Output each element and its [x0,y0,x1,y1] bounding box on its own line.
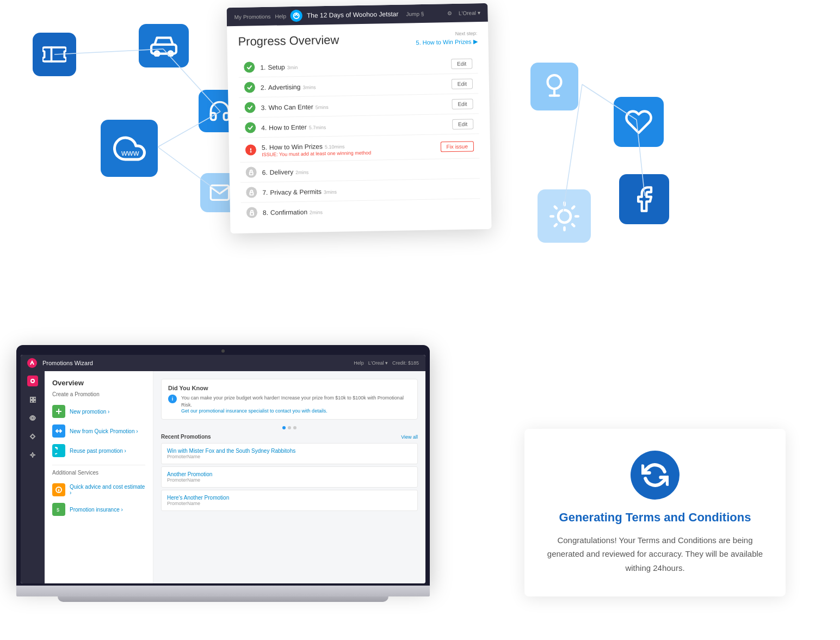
dyk-text: You can make your prize budget work hard… [181,395,411,408]
topbar-help[interactable]: Help [275,13,286,19]
heart-tile [614,97,664,147]
nav-quick-advice-label: Quick advice and cost estimate › [70,484,145,496]
view-all-link[interactable]: View all [401,434,418,440]
step-name: 1.Setup3min [260,63,298,71]
laptop-mockup: Promotions Wizard Help L'Oreal ▾ Credit:… [16,345,430,602]
cloud-icon: www [113,132,146,165]
step-content: 5.How to Win Prizes5.10mins ISSUE: You m… [262,139,435,158]
svg-point-6 [548,75,561,89]
next-step-value[interactable]: 5. How to Win Prizes ▶ [416,38,477,46]
sun-icon [549,201,579,231]
promo-item-name: Another Promotion [167,471,412,477]
nav-insurance-icon: $ [52,503,65,516]
laptop-base [16,586,430,596]
promo-item-sub: PromoterName [167,477,412,483]
laptop-content-panel: Did You Know i You can make your prize b… [153,371,425,583]
step-edit-button[interactable]: Edit [452,78,473,89]
step-edit-button[interactable]: Edit [451,58,473,69]
topbar-my-promotions[interactable]: My Promotions [234,13,271,20]
laptop-camera [221,349,225,353]
step-complete-icon [244,61,255,72]
promo-item[interactable]: Another Promotion PromoterName [161,466,418,488]
tc-title: Generating Terms and Conditions [546,510,764,525]
promo-list: Win with Mister Fox and the South Sydney… [161,443,418,511]
dyk-title: Did You Know [168,385,411,391]
svg-point-37 [32,454,34,456]
laptop-user[interactable]: L'Oreal ▾ [368,360,388,366]
laptop-credit: Credit: $185 [392,360,419,366]
sports-icon [541,73,568,100]
svg-rect-28 [250,172,253,175]
nav-reuse-promotion[interactable]: Reuse past promotion › [52,441,145,460]
step-issue-icon [245,144,256,155]
step-name: 3.Who Can Enter5mins [261,103,329,112]
dyk-link[interactable]: Get our promotional insurance specialist… [181,408,411,414]
step-content: 4.How to Enter5.7mins [261,119,447,132]
nav-additional-label: Additional Services [52,470,145,476]
card-topbar-left: My Promotions Help The 12 Days of Woohoo… [234,8,424,23]
promo-item[interactable]: Here's Another Promotion PromoterName [161,490,418,511]
sidebar-item-home[interactable] [27,376,38,386]
laptop-app-name: Promotions Wizard [42,360,348,366]
step-name: 6.Delivery2mins [262,168,309,176]
step-edit-button[interactable]: Edit [452,119,474,130]
svg-point-9 [558,210,571,223]
recent-promotions-header: Recent Promotions View all [161,434,418,440]
dot-3[interactable] [293,426,297,429]
step-name: 4.How to Enter5.7mins [261,123,326,132]
nav-quick-promotion-label: New from Quick Promotion › [70,428,138,434]
laptop-help[interactable]: Help [354,360,364,366]
svg-rect-35 [34,401,36,403]
tc-body: Congratulations! Your Terms and Conditio… [546,533,764,575]
nav-quick-promotion-icon [52,424,65,438]
promo-item-name: Win with Mister Fox and the South Sydney… [167,448,412,454]
nav-section-title: Overview [52,379,145,387]
car-tile [139,24,189,67]
dyk-body: i You can make your prize budget work ha… [168,395,411,414]
app-logo [291,10,302,22]
laptop-topbar-right: Help L'Oreal ▾ Credit: $185 [354,360,419,366]
ticket-icon [42,42,66,66]
step-content: 3.Who Can Enter5mins [261,99,446,112]
facebook-icon [630,185,658,213]
svg-line-17 [572,206,574,208]
card-app-name: The 12 Days of Woohoo Jetstar [307,10,399,20]
step-content: 2.Advertising3mins [261,79,446,92]
step-edit-button[interactable]: Edit [452,99,473,109]
progress-title-row: Progress Overview Next step: 5. How to W… [238,30,477,50]
promo-item[interactable]: Win with Mister Fox and the South Sydney… [161,443,418,464]
sidebar-item-eye[interactable] [27,413,38,423]
topbar-user[interactable]: L'Oreal ▾ [459,10,480,16]
sidebar-item-diamond[interactable] [27,431,38,442]
laptop-foot [58,596,388,602]
sidebar-item-gear[interactable] [27,450,38,460]
step-name: 8.Confirmation2mins [263,208,323,217]
nav-reuse-label: Reuse past promotion › [70,448,126,454]
nav-new-promotion[interactable]: New promotion › [52,402,145,421]
svg-text:$: $ [57,507,59,513]
carousel-dots [161,426,418,429]
topbar-settings[interactable]: ⚙ [447,10,452,16]
step-content: 6.Delivery2mins [262,163,474,177]
laptop-screen-outer: Promotions Wizard Help L'Oreal ▾ Credit:… [16,345,430,586]
sidebar-item-grid[interactable] [27,394,38,405]
nav-insurance[interactable]: $ Promotion insurance › [52,500,145,519]
promo-item-name: Here's Another Promotion [167,495,412,501]
heart-icon [625,108,653,136]
nav-quick-advice[interactable]: Quick advice and cost estimate › [52,480,145,500]
progress-overview-card: My Promotions Help The 12 Days of Woohoo… [226,3,491,233]
dot-1[interactable] [282,426,286,429]
laptop-topbar: Promotions Wizard Help L'Oreal ▾ Credit:… [21,355,425,371]
car-icon [150,35,177,57]
dot-2[interactable] [288,426,291,429]
card-topbar-right: ⚙ L'Oreal ▾ [447,10,480,16]
letter-icon [209,182,231,204]
nav-quick-promotion[interactable]: New from Quick Promotion › [52,421,145,441]
step-name: 5.How to Win Prizes5.10mins [262,142,345,151]
step-content: 8.Confirmation2mins [263,204,475,217]
svg-point-27 [251,151,251,152]
jump-link[interactable]: Jump § [406,10,424,17]
laptop-content: Overview Create a Promotion New promotio… [21,371,425,583]
step-fix-button[interactable]: Fix issue [440,141,474,152]
dyk-info-icon: i [168,395,177,403]
